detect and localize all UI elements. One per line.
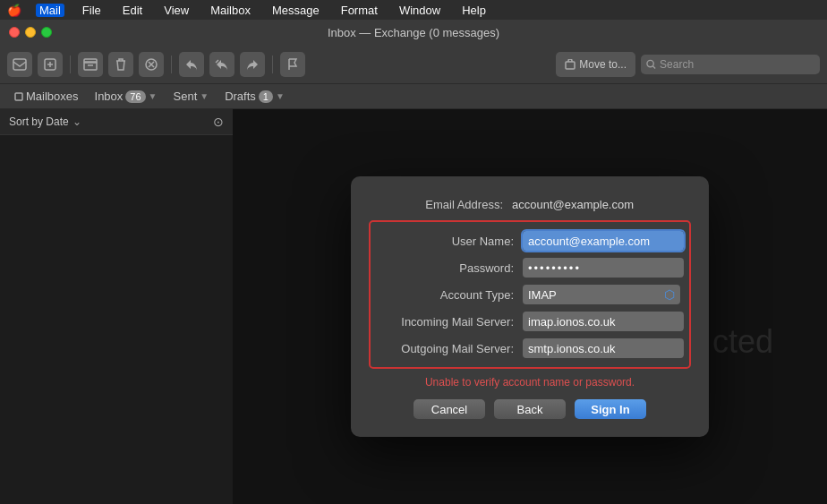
account-type-label: Account Type: [379,288,523,302]
drafts-chevron-icon: ▼ [276,91,285,101]
menu-mailbox[interactable]: Mailbox [207,4,254,17]
sent-label: Sent [174,90,198,103]
sort-chevron-icon: ⌄ [72,115,81,128]
reply-all-button[interactable] [209,52,234,77]
password-row: Password: [379,258,680,278]
email-address-value: account@example.com [512,198,634,211]
archive-button[interactable] [78,52,103,77]
account-type-select-wrapper: IMAP POP ⬡ [523,285,680,304]
toolbar-separator-2 [171,56,172,73]
junk-button[interactable] [139,52,164,77]
username-row: User Name: [379,231,680,251]
inbox-chevron-icon: ▼ [149,91,158,101]
inbox-badge: 76 [125,90,145,103]
menu-view[interactable]: View [160,4,192,17]
close-button[interactable] [9,27,20,38]
email-address-row: Email Address: account@example.com [369,198,691,211]
outgoing-server-input[interactable] [523,338,684,358]
incoming-server-label: Incoming Mail Server: [379,315,523,329]
flag-button[interactable] [280,52,305,77]
apple-menu[interactable]: 🍎 [7,4,21,17]
forward-button[interactable] [240,52,265,77]
search-box[interactable] [641,55,820,74]
search-input[interactable] [660,58,814,71]
delete-button[interactable] [108,52,133,77]
menu-window[interactable]: Window [396,4,444,17]
reply-button[interactable] [179,52,204,77]
password-input[interactable] [523,258,684,278]
window-controls [9,27,52,38]
sidebar-header: Sort by Date ⌄ ⊙ [0,109,233,135]
mailboxes-label: Mailboxes [26,90,79,103]
inbox-label: Inbox [95,90,124,103]
error-message: Unable to verify account name or passwor… [369,376,691,389]
nav-sent[interactable]: Sent ▼ [168,88,215,105]
svg-rect-3 [84,59,97,63]
svg-point-6 [647,60,653,66]
username-label: User Name: [379,235,523,248]
toolbar: Move to... [0,45,827,84]
get-mail-button[interactable] [7,52,32,77]
sidebar-content [0,135,233,504]
nav-mailboxes[interactable]: Mailboxes [9,88,84,105]
move-to-label: Move to... [579,58,627,71]
dialog-buttons: Cancel Back Sign In [369,399,691,419]
search-icon [646,59,656,70]
drafts-badge: 1 [259,90,273,103]
svg-rect-7 [15,93,22,100]
sent-chevron-icon: ▼ [200,91,209,101]
back-button[interactable]: Back [494,399,566,419]
menu-bar: 🍎 Mail File Edit View Mailbox Message Fo… [0,0,827,20]
sort-by-date-label[interactable]: Sort by Date [9,115,69,128]
svg-rect-0 [13,59,26,70]
dialog-overlay: Email Address: account@example.com User … [233,109,827,504]
title-bar: Inbox — Exchange (0 messages) [0,20,827,45]
menu-format[interactable]: Format [337,4,381,17]
move-to-button[interactable]: Move to... [556,52,635,77]
toolbar-separator-3 [272,56,273,73]
outgoing-server-row: Outgoing Mail Server: [379,338,680,358]
menu-edit[interactable]: Edit [119,4,146,17]
menu-file[interactable]: File [79,4,105,17]
cancel-button[interactable]: Cancel [414,399,485,419]
toolbar-separator-1 [70,56,71,73]
nav-bar: Mailboxes Inbox 76 ▼ Sent ▼ Drafts 1 ▼ [0,84,827,109]
filter-icon[interactable]: ⊙ [213,115,224,129]
outgoing-server-label: Outgoing Mail Server: [379,342,523,355]
content-area: cted Email Address: account@example.com … [233,109,827,504]
sign-in-button[interactable]: Sign In [575,399,646,419]
menu-mail[interactable]: Mail [36,4,64,17]
main-area: Sort by Date ⌄ ⊙ cted Email Address: acc… [0,109,827,504]
drafts-label: Drafts [225,90,256,103]
incoming-server-row: Incoming Mail Server: [379,312,680,331]
mailboxes-icon [14,92,23,101]
minimize-button[interactable] [25,27,36,38]
sidebar: Sort by Date ⌄ ⊙ [0,109,233,504]
incoming-server-input[interactable] [523,312,684,331]
credential-section: User Name: Password: Account Type: IMA [369,220,691,369]
menu-help[interactable]: Help [458,4,490,17]
password-label: Password: [379,261,523,275]
compose-button[interactable] [38,52,63,77]
window-title: Inbox — Exchange (0 messages) [328,26,499,39]
account-type-row: Account Type: IMAP POP ⬡ [379,285,680,304]
menu-message[interactable]: Message [269,4,323,17]
maximize-button[interactable] [41,27,52,38]
nav-inbox[interactable]: Inbox 76 ▼ [90,88,163,105]
account-dialog: Email Address: account@example.com User … [351,176,709,437]
nav-drafts[interactable]: Drafts 1 ▼ [219,88,290,105]
username-input[interactable] [523,231,684,251]
svg-rect-5 [566,62,575,69]
account-type-select[interactable]: IMAP POP [523,285,680,304]
email-address-label: Email Address: [369,198,512,211]
